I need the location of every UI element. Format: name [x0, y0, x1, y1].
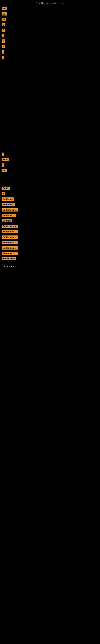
spacer — [1, 145, 99, 151]
spacer — [1, 173, 99, 179]
badge: i — [1, 50, 4, 54]
badge: i — [1, 152, 4, 156]
badge: B — [1, 192, 5, 195]
site-title: TheBottlenecker.com — [1, 0, 99, 6]
badge: Bottlenec — [1, 198, 14, 201]
badge: i — [1, 34, 4, 37]
list-item: Bottleneck resu — [1, 245, 99, 250]
badge: Bottleneck re — [1, 257, 16, 260]
list-item: Bottleneck resu — [1, 240, 99, 245]
list-item: B — [1, 44, 99, 49]
list-item: B — [1, 28, 99, 33]
list-item: Bottleneck resu — [1, 229, 99, 234]
list-item: Bottlene — [1, 218, 99, 224]
badge: Bottleneck — [1, 203, 15, 206]
list-item: B — [1, 38, 99, 44]
divider — [1, 60, 2, 64]
badge: Bo — [1, 12, 7, 16]
list-item: Bottl — [1, 157, 99, 162]
list-item: Bottleneck — [1, 202, 99, 207]
list-item: B — [1, 191, 99, 196]
badge: B — [1, 40, 5, 43]
badge: Bottleneck resu — [1, 241, 18, 244]
badge: Bottleneck resu — [1, 252, 18, 255]
list-item: Bottleneck re — [1, 224, 99, 229]
list-item: i — [1, 55, 99, 60]
badge: Bottleneck r — [1, 214, 16, 217]
list-item: Bo — [1, 168, 99, 173]
list-item: i — [1, 152, 99, 157]
badge: Bo — [1, 169, 7, 172]
list-item: Bottlenec — [1, 196, 99, 202]
list-item: Bo — [1, 11, 99, 16]
list-item: i — [1, 33, 99, 38]
badge: Bottlene — [1, 219, 12, 222]
list-item: Bo — [1, 6, 99, 11]
badge: B — [1, 28, 5, 32]
badge: i — [1, 56, 4, 59]
list-item: Bottleneck re — [1, 207, 99, 212]
badge: Bottleneck re — [1, 208, 18, 212]
badge: B4 — [1, 18, 6, 21]
list-item: i — [1, 49, 99, 54]
badge: Bottle — [1, 186, 10, 190]
badge: B — [1, 23, 5, 26]
list-item: Bottle — [1, 186, 99, 191]
badge: Bo — [1, 7, 7, 10]
badge: B — [1, 45, 5, 48]
badge: i — [1, 164, 4, 167]
list-item: B — [1, 22, 99, 27]
badge: Bottleneck resu — [1, 246, 18, 250]
badge: Bottl — [1, 158, 9, 161]
list-item: Bottleneck resu — [1, 234, 99, 240]
chart-area — [1, 65, 99, 145]
badge: Bottleneck resu — [1, 236, 18, 239]
spacer — [1, 179, 99, 185]
badge: Bottleneck re — [1, 224, 18, 228]
list-item: Bottleneck re — [1, 256, 99, 261]
list-item: Bottleneck resu — [1, 251, 99, 256]
list-item: Bottleneck r — [1, 213, 99, 218]
bottleneck-result-label: Bottleneck res — [1, 263, 99, 268]
badge: Bottleneck resu — [1, 230, 18, 233]
list-item: B4 — [1, 17, 99, 22]
list-item: i — [1, 162, 99, 168]
